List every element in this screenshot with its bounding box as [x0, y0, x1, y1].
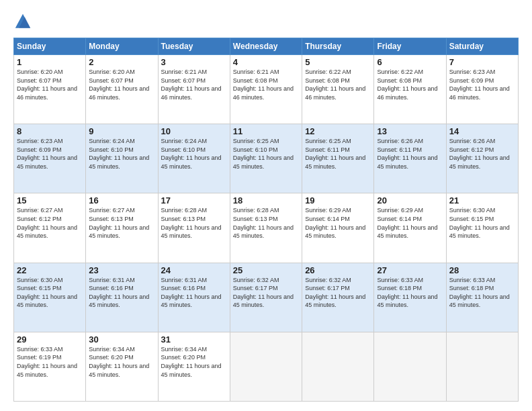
calendar-cell: 23Sunrise: 6:31 AMSunset: 6:16 PMDayligh… — [86, 263, 158, 332]
calendar-week-5: 29Sunrise: 6:33 AMSunset: 6:19 PMDayligh… — [14, 332, 519, 401]
day-number: 9 — [89, 126, 154, 136]
day-number: 13 — [377, 126, 443, 136]
day-header-thursday: Thursday — [302, 38, 374, 55]
calendar-cell: 8Sunrise: 6:23 AMSunset: 6:09 PMDaylight… — [14, 124, 86, 193]
day-info: Sunrise: 6:22 AMSunset: 6:08 PMDaylight:… — [377, 68, 443, 101]
day-info: Sunrise: 6:22 AMSunset: 6:08 PMDaylight:… — [305, 68, 371, 101]
calendar-table: SundayMondayTuesdayWednesdayThursdayFrid… — [13, 38, 519, 402]
calendar-cell — [374, 332, 446, 401]
day-info: Sunrise: 6:30 AMSunset: 6:15 PMDaylight:… — [17, 276, 83, 310]
calendar-cell: 4Sunrise: 6:21 AMSunset: 6:08 PMDaylight… — [230, 55, 302, 124]
day-header-monday: Monday — [86, 38, 158, 55]
day-number: 31 — [161, 334, 227, 345]
calendar-cell: 31Sunrise: 6:34 AMSunset: 6:20 PMDayligh… — [158, 332, 230, 401]
calendar-week-1: 1Sunrise: 6:20 AMSunset: 6:07 PMDaylight… — [14, 55, 519, 124]
day-info: Sunrise: 6:33 AMSunset: 6:18 PMDaylight:… — [377, 276, 443, 310]
day-info: Sunrise: 6:25 AMSunset: 6:11 PMDaylight:… — [305, 137, 371, 171]
calendar-header-row: SundayMondayTuesdayWednesdayThursdayFrid… — [14, 38, 519, 55]
calendar-cell: 3Sunrise: 6:21 AMSunset: 6:07 PMDaylight… — [158, 55, 230, 124]
day-info: Sunrise: 6:25 AMSunset: 6:10 PMDaylight:… — [233, 137, 299, 171]
calendar-cell: 13Sunrise: 6:26 AMSunset: 6:11 PMDayligh… — [374, 124, 446, 193]
calendar-cell: 5Sunrise: 6:22 AMSunset: 6:08 PMDaylight… — [302, 55, 374, 124]
calendar-cell: 11Sunrise: 6:25 AMSunset: 6:10 PMDayligh… — [230, 124, 302, 193]
day-header-tuesday: Tuesday — [158, 38, 230, 55]
calendar-cell: 18Sunrise: 6:28 AMSunset: 6:13 PMDayligh… — [230, 193, 302, 263]
day-number: 12 — [305, 126, 371, 136]
day-header-sunday: Sunday — [14, 38, 86, 55]
day-number: 19 — [305, 195, 371, 205]
day-info: Sunrise: 6:32 AMSunset: 6:17 PMDaylight:… — [305, 276, 371, 310]
day-info: Sunrise: 6:27 AMSunset: 6:12 PMDaylight:… — [17, 206, 83, 240]
calendar-cell: 28Sunrise: 6:33 AMSunset: 6:18 PMDayligh… — [446, 263, 518, 332]
calendar-cell: 30Sunrise: 6:34 AMSunset: 6:20 PMDayligh… — [86, 332, 158, 401]
day-info: Sunrise: 6:33 AMSunset: 6:18 PMDaylight:… — [449, 276, 515, 310]
day-number: 23 — [89, 265, 154, 275]
calendar-cell: 20Sunrise: 6:29 AMSunset: 6:14 PMDayligh… — [374, 193, 446, 263]
day-number: 17 — [161, 195, 227, 205]
day-number: 3 — [161, 57, 227, 67]
day-number: 10 — [161, 126, 227, 136]
day-header-saturday: Saturday — [446, 38, 518, 55]
day-info: Sunrise: 6:28 AMSunset: 6:13 PMDaylight:… — [161, 206, 227, 240]
day-info: Sunrise: 6:21 AMSunset: 6:07 PMDaylight:… — [161, 68, 227, 101]
day-number: 16 — [89, 195, 154, 205]
day-number: 21 — [449, 195, 515, 205]
calendar-week-4: 22Sunrise: 6:30 AMSunset: 6:15 PMDayligh… — [14, 263, 519, 332]
day-info: Sunrise: 6:34 AMSunset: 6:20 PMDaylight:… — [89, 345, 154, 379]
day-number: 18 — [233, 195, 299, 205]
calendar-cell: 22Sunrise: 6:30 AMSunset: 6:15 PMDayligh… — [14, 263, 86, 332]
day-number: 27 — [377, 265, 443, 275]
day-info: Sunrise: 6:34 AMSunset: 6:20 PMDaylight:… — [161, 345, 227, 379]
logo-icon — [13, 12, 32, 31]
calendar-cell: 24Sunrise: 6:31 AMSunset: 6:16 PMDayligh… — [158, 263, 230, 332]
calendar-cell: 2Sunrise: 6:20 AMSunset: 6:07 PMDaylight… — [86, 55, 158, 124]
day-info: Sunrise: 6:23 AMSunset: 6:09 PMDaylight:… — [449, 68, 515, 101]
day-number: 15 — [17, 195, 83, 205]
day-info: Sunrise: 6:21 AMSunset: 6:08 PMDaylight:… — [233, 68, 299, 101]
day-info: Sunrise: 6:32 AMSunset: 6:17 PMDaylight:… — [233, 276, 299, 310]
calendar-cell: 14Sunrise: 6:26 AMSunset: 6:12 PMDayligh… — [446, 124, 518, 193]
day-info: Sunrise: 6:23 AMSunset: 6:09 PMDaylight:… — [17, 137, 83, 171]
calendar-cell: 27Sunrise: 6:33 AMSunset: 6:18 PMDayligh… — [374, 263, 446, 332]
day-number: 7 — [449, 57, 515, 67]
day-info: Sunrise: 6:30 AMSunset: 6:15 PMDaylight:… — [449, 206, 515, 240]
day-number: 6 — [377, 57, 443, 67]
day-info: Sunrise: 6:20 AMSunset: 6:07 PMDaylight:… — [17, 68, 83, 101]
day-info: Sunrise: 6:27 AMSunset: 6:13 PMDaylight:… — [89, 206, 154, 240]
calendar-cell: 7Sunrise: 6:23 AMSunset: 6:09 PMDaylight… — [446, 55, 518, 124]
calendar-cell: 25Sunrise: 6:32 AMSunset: 6:17 PMDayligh… — [230, 263, 302, 332]
day-header-wednesday: Wednesday — [230, 38, 302, 55]
day-info: Sunrise: 6:20 AMSunset: 6:07 PMDaylight:… — [89, 68, 154, 101]
calendar-cell: 15Sunrise: 6:27 AMSunset: 6:12 PMDayligh… — [14, 193, 86, 263]
day-info: Sunrise: 6:29 AMSunset: 6:14 PMDaylight:… — [305, 206, 371, 240]
calendar-cell: 29Sunrise: 6:33 AMSunset: 6:19 PMDayligh… — [14, 332, 86, 401]
day-info: Sunrise: 6:31 AMSunset: 6:16 PMDaylight:… — [161, 276, 227, 310]
day-number: 30 — [89, 334, 154, 345]
page: SundayMondayTuesdayWednesdayThursdayFrid… — [0, 0, 532, 411]
calendar-week-2: 8Sunrise: 6:23 AMSunset: 6:09 PMDaylight… — [14, 124, 519, 193]
calendar-cell: 1Sunrise: 6:20 AMSunset: 6:07 PMDaylight… — [14, 55, 86, 124]
day-number: 20 — [377, 195, 443, 205]
day-number: 22 — [17, 265, 83, 275]
day-number: 2 — [89, 57, 154, 67]
day-number: 8 — [17, 126, 83, 136]
calendar-week-3: 15Sunrise: 6:27 AMSunset: 6:12 PMDayligh… — [14, 193, 519, 263]
calendar-cell: 26Sunrise: 6:32 AMSunset: 6:17 PMDayligh… — [302, 263, 374, 332]
day-number: 29 — [17, 334, 83, 345]
calendar-cell: 17Sunrise: 6:28 AMSunset: 6:13 PMDayligh… — [158, 193, 230, 263]
calendar-cell: 10Sunrise: 6:24 AMSunset: 6:10 PMDayligh… — [158, 124, 230, 193]
calendar-cell: 19Sunrise: 6:29 AMSunset: 6:14 PMDayligh… — [302, 193, 374, 263]
header — [13, 12, 519, 31]
day-info: Sunrise: 6:24 AMSunset: 6:10 PMDaylight:… — [161, 137, 227, 171]
calendar-cell: 9Sunrise: 6:24 AMSunset: 6:10 PMDaylight… — [86, 124, 158, 193]
calendar-cell: 12Sunrise: 6:25 AMSunset: 6:11 PMDayligh… — [302, 124, 374, 193]
day-info: Sunrise: 6:26 AMSunset: 6:11 PMDaylight:… — [377, 137, 443, 171]
day-number: 11 — [233, 126, 299, 136]
calendar-cell: 16Sunrise: 6:27 AMSunset: 6:13 PMDayligh… — [86, 193, 158, 263]
day-number: 28 — [449, 265, 515, 275]
day-number: 14 — [449, 126, 515, 136]
day-number: 24 — [161, 265, 227, 275]
day-info: Sunrise: 6:26 AMSunset: 6:12 PMDaylight:… — [449, 137, 515, 171]
day-info: Sunrise: 6:29 AMSunset: 6:14 PMDaylight:… — [377, 206, 443, 240]
logo — [13, 12, 35, 31]
